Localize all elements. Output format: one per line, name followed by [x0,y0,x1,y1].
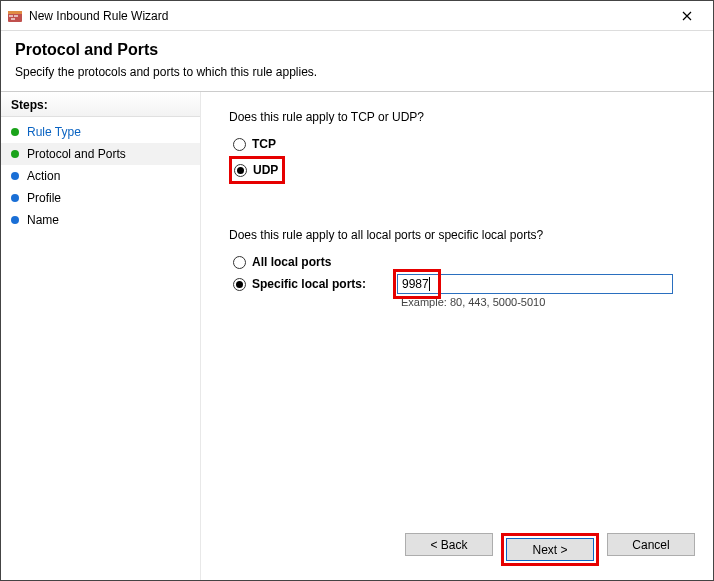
svg-rect-3 [14,15,18,17]
highlight-next: Next > [501,533,599,566]
step-name[interactable]: Name [1,209,200,231]
step-profile[interactable]: Profile [1,187,200,209]
radio-icon [233,256,246,269]
ports-input[interactable] [397,274,673,294]
radio-label: All local ports [252,255,331,269]
footer-buttons: < Back Next > Cancel [405,533,695,566]
back-button[interactable]: < Back [405,533,493,556]
page-subtitle: Specify the protocols and ports to which… [15,65,699,79]
text-caret [429,277,430,291]
page-header: Protocol and Ports Specify the protocols… [1,31,713,91]
body: Steps: Rule Type Protocol and Ports Acti… [1,92,713,580]
svg-rect-1 [8,11,22,14]
close-button[interactable] [667,2,707,30]
radio-label: Specific local ports: [252,277,366,291]
bullet-icon [11,194,19,202]
radio-label: TCP [252,137,276,151]
bullet-icon [11,216,19,224]
radio-icon [234,164,247,177]
window-title: New Inbound Rule Wizard [29,9,667,23]
svg-rect-4 [11,18,15,20]
sidebar: Steps: Rule Type Protocol and Ports Acti… [1,92,201,580]
bullet-icon [11,128,19,136]
bullet-icon [11,172,19,180]
step-action[interactable]: Action [1,165,200,187]
step-rule-type[interactable]: Rule Type [1,121,200,143]
wizard-window: New Inbound Rule Wizard Protocol and Por… [0,0,714,581]
sidebar-header: Steps: [1,92,200,117]
main-panel: Does this rule apply to TCP or UDP? TCP … [201,92,713,580]
svg-rect-2 [9,15,13,17]
radio-all-ports[interactable]: All local ports [233,252,689,272]
page-title: Protocol and Ports [15,41,699,59]
step-protocol-ports[interactable]: Protocol and Ports [1,143,200,165]
radio-icon [233,138,246,151]
step-label[interactable]: Rule Type [27,125,81,139]
radio-tcp[interactable]: TCP [233,134,689,154]
step-label: Profile [27,191,61,205]
bullet-icon [11,150,19,158]
cancel-button[interactable]: Cancel [607,533,695,556]
question-ports: Does this rule apply to all local ports … [229,228,689,242]
ports-section: Does this rule apply to all local ports … [229,228,689,308]
step-label: Protocol and Ports [27,147,126,161]
steps-list: Rule Type Protocol and Ports Action Prof… [1,117,200,235]
ports-example: Example: 80, 443, 5000-5010 [401,296,689,308]
titlebar: New Inbound Rule Wizard [1,1,713,31]
firewall-icon [7,8,23,24]
step-label: Name [27,213,59,227]
highlight-udp: UDP [229,156,285,184]
radio-specific-ports[interactable]: Specific local ports: [233,277,391,291]
question-protocol: Does this rule apply to TCP or UDP? [229,110,689,124]
next-button[interactable]: Next > [506,538,594,561]
ports-input-wrap [397,274,673,294]
radio-label: UDP [253,163,278,177]
step-label: Action [27,169,60,183]
radio-udp[interactable]: UDP [234,160,278,180]
radio-icon [233,278,246,291]
radio-specific-ports-row: Specific local ports: [233,274,689,294]
